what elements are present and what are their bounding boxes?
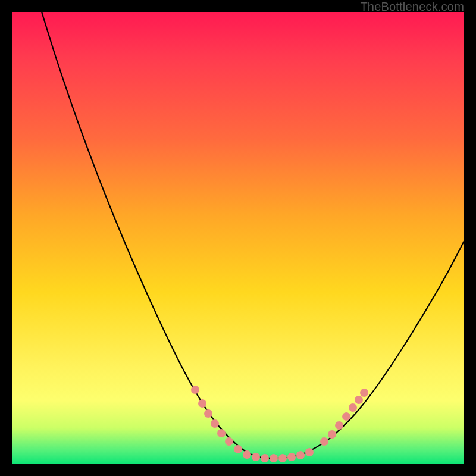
chart-stage: TheBottleneck.com [0, 0, 476, 476]
data-marker [243, 450, 251, 459]
data-marker [252, 453, 260, 461]
data-marker [328, 430, 336, 439]
plot-area [12, 12, 464, 464]
data-marker [305, 448, 314, 456]
watermark-label: TheBottleneck.com [360, 0, 464, 14]
data-marker [217, 429, 226, 437]
data-marker [204, 409, 212, 418]
data-marker [225, 437, 233, 446]
data-marker [270, 454, 278, 462]
data-marker [320, 437, 328, 446]
data-marker [296, 451, 305, 459]
data-marker [198, 399, 206, 408]
data-marker [349, 403, 357, 412]
data-marker [360, 389, 368, 397]
data-marker [342, 412, 350, 421]
data-marker [211, 419, 219, 428]
marker-group [191, 386, 368, 462]
data-marker [278, 454, 287, 462]
bottleneck-curve [42, 12, 464, 458]
data-marker [261, 454, 269, 462]
data-marker [191, 386, 199, 394]
data-marker [234, 445, 242, 453]
data-marker [335, 421, 343, 430]
data-marker [355, 396, 363, 404]
data-marker [287, 453, 296, 461]
chart-svg [12, 12, 464, 464]
